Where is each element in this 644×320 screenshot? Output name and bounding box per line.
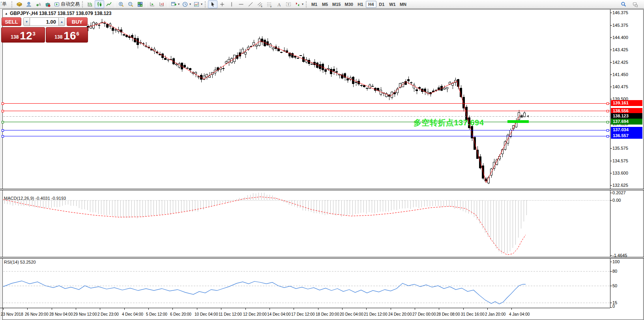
chart-title: ▲ GBPJPY-,H4 138.157 138.157 138.079 138…	[5, 11, 111, 16]
time-axis-label: 18 Dec 20:00	[316, 312, 339, 316]
time-axis-label: 28 Nov 04:00	[49, 312, 73, 316]
time-axis-label: 5 Dec 12:00	[146, 312, 167, 316]
price-tick-label: 146.375	[612, 10, 628, 15]
sell-price-prefix: 138	[11, 34, 19, 40]
price-line-label: 139.161	[611, 100, 642, 106]
chart-title-text: GBPJPY-,H4 138.157 138.157 138.079 138.1…	[10, 11, 112, 16]
turning-point-annotation[interactable]: 多空转折点137.694	[414, 117, 484, 128]
volume-increase-button[interactable]: ▲	[58, 17, 65, 26]
sell-button[interactable]: SELL	[2, 17, 21, 26]
macd-tick-label: 0.00	[612, 198, 621, 203]
price-line-label: 137.034	[611, 127, 642, 133]
time-axis-label: 26 Nov 20:00	[25, 312, 49, 316]
pane-separator-macd[interactable]	[0, 189, 644, 190]
time-axis-label: 21 Dec 12:00	[364, 312, 388, 316]
time-axis-label: 23 Nov 2018	[1, 312, 23, 316]
time-axis-label: 4 Dec 04:00	[122, 312, 143, 316]
price-tick-label: 142.425	[612, 60, 628, 65]
rsi-tick-label: 100	[612, 259, 620, 264]
buy-price-box[interactable]: 138166	[46, 27, 88, 43]
mt4-terminal: 订单自动交易▾▾▾EFAT▾M1M5M15M30H1H4D1W1MN ▲ GBP…	[0, 0, 644, 320]
sell-price-box[interactable]: 138123	[1, 27, 45, 43]
sell-price-big: 12	[20, 31, 32, 41]
price-tick-label: 134.575	[612, 158, 628, 163]
time-axis-label: 31 Dec 16:00	[461, 312, 485, 316]
time-axis-label: 17 Dec 12:00	[291, 312, 315, 316]
volume-decrease-button[interactable]: ▼	[23, 17, 30, 26]
time-axis-label: 28 Dec 08:00	[436, 312, 460, 316]
time-axis-label: 2 Jan 20:00	[485, 312, 505, 316]
price-line-label: 136.557	[611, 133, 642, 139]
time-axis-label: 20 Dec 04:00	[340, 312, 363, 316]
price-tick-label: 141.450	[612, 72, 628, 77]
macd-label: MACD(12,26,9) -0.4031 -0.9193	[4, 196, 66, 201]
volume-value-field[interactable]: 1.00	[30, 17, 58, 26]
rsi-tick-label: 80	[612, 269, 617, 273]
time-axis-label: 14 Dec 04:00	[267, 312, 291, 316]
time-axis-label: 6 Dec 20:00	[170, 312, 191, 316]
one-click-trading-panel: SELL ▼ 1.00 ▲ BUY 138123 138166	[1, 17, 88, 43]
price-tick-label: 143.425	[612, 47, 628, 52]
time-axis-label: 10 Dec 04:00	[195, 312, 218, 316]
time-axis-label: 27 Dec 00:00	[412, 312, 436, 316]
price-tick-label: 145.375	[612, 23, 628, 28]
price-line-label: 137.694	[611, 119, 642, 125]
rsi-tick-label: 50	[612, 283, 617, 288]
time-axis-label: 29 Nov 12:00	[73, 312, 97, 316]
chart-canvas[interactable]	[0, 0, 644, 320]
price-tick-label: 132.625	[612, 183, 628, 188]
buy-price-prefix: 138	[54, 34, 62, 40]
buy-price-pip: 6	[76, 31, 79, 37]
time-axis-label: 2 Dec 23:00	[97, 312, 119, 316]
price-tick-label: 133.600	[612, 171, 628, 175]
time-axis-label: 12 Dec 20:00	[243, 312, 267, 316]
sell-price-pip: 3	[32, 31, 35, 37]
buy-price-big: 16	[64, 31, 76, 41]
time-axis-label: 24 Dec 20:00	[388, 312, 412, 316]
pane-separator-rsi[interactable]	[0, 257, 644, 259]
buy-button[interactable]: BUY	[67, 17, 88, 26]
triangle-down-icon: ▼	[25, 20, 28, 24]
price-tick-label: 135.575	[612, 146, 628, 151]
time-axis-label: 4 Jan 04:00	[509, 312, 530, 316]
rsi-tick-label: 0	[612, 304, 615, 309]
time-axis-label: 11 Dec 12:00	[219, 312, 242, 316]
triangle-up-icon: ▲	[60, 20, 64, 24]
price-tick-label: 140.475	[612, 84, 628, 89]
price-tick-label: 144.400	[612, 35, 628, 40]
rsi-label: RSI(14) 53.2520	[4, 260, 36, 264]
macd-tick-label: 0.2027	[612, 190, 626, 195]
collapse-icon[interactable]: ▲	[5, 12, 8, 15]
price-line-label: 138.123	[611, 113, 642, 119]
volume-stepper: ▼ 1.00 ▲	[23, 17, 65, 26]
